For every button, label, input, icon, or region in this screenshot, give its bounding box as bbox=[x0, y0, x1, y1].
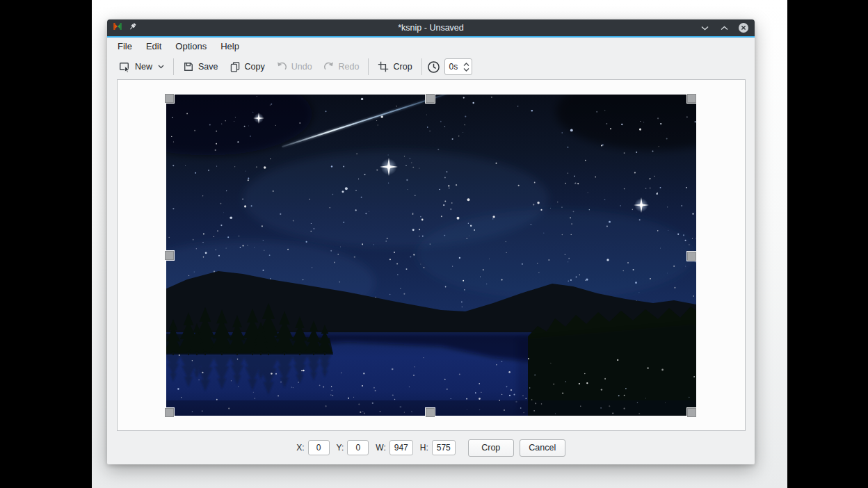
crop-tool-label: Crop bbox=[393, 62, 412, 72]
chevron-down-icon bbox=[701, 26, 709, 31]
window-title: *ksnip - Unsaved bbox=[107, 23, 755, 33]
crop-handle-middle-right[interactable] bbox=[687, 252, 696, 261]
crop-handle-bottom-left[interactable] bbox=[165, 408, 174, 417]
crop-confirm-button[interactable]: Crop bbox=[468, 439, 514, 457]
crop-handle-middle-left[interactable] bbox=[165, 251, 174, 260]
undo-button-label: Undo bbox=[291, 62, 312, 72]
toolbar-separator bbox=[368, 58, 369, 75]
copy-button[interactable]: Copy bbox=[224, 57, 271, 76]
delay-clock bbox=[427, 60, 440, 74]
menubar: File Edit Options Help bbox=[107, 38, 755, 54]
menu-file[interactable]: File bbox=[111, 39, 139, 54]
crop-handle-bottom-middle[interactable] bbox=[426, 408, 435, 417]
close-button[interactable] bbox=[738, 22, 749, 33]
menu-options[interactable]: Options bbox=[168, 39, 214, 54]
clock-icon bbox=[427, 60, 440, 74]
screen: *ksnip - Unsaved bbox=[0, 0, 868, 488]
save-button[interactable]: Save bbox=[177, 57, 224, 76]
chevron-down-icon bbox=[158, 65, 164, 69]
save-button-label: Save bbox=[198, 62, 218, 72]
new-dropdown-arrow[interactable] bbox=[158, 65, 164, 69]
ksnip-icon bbox=[113, 22, 122, 34]
delay-spinbox[interactable]: 0s bbox=[444, 58, 472, 75]
desktop-background: *ksnip - Unsaved bbox=[92, 0, 787, 488]
undo-icon bbox=[276, 61, 287, 72]
redo-button[interactable]: Redo bbox=[318, 57, 365, 76]
titlebar[interactable]: *ksnip - Unsaved bbox=[107, 19, 755, 36]
copy-icon bbox=[230, 61, 241, 72]
y-input[interactable] bbox=[347, 440, 369, 455]
crop-handle-top-right[interactable] bbox=[687, 94, 696, 103]
cancel-button[interactable]: Cancel bbox=[520, 439, 565, 457]
w-input[interactable] bbox=[389, 440, 413, 455]
close-icon bbox=[738, 22, 749, 33]
spinner-down-button[interactable] bbox=[463, 67, 469, 72]
toolbar-separator bbox=[421, 58, 422, 75]
y-label: Y: bbox=[337, 443, 344, 453]
w-label: W: bbox=[376, 443, 385, 453]
ksnip-window: *ksnip - Unsaved bbox=[107, 19, 755, 464]
pin-icon bbox=[128, 22, 137, 34]
x-label: X: bbox=[296, 443, 304, 453]
h-label: H: bbox=[420, 443, 428, 453]
x-input[interactable] bbox=[308, 440, 330, 455]
minimize-button[interactable] bbox=[699, 22, 710, 33]
new-button-label: New bbox=[135, 62, 152, 72]
crop-handle-top-middle[interactable] bbox=[426, 94, 435, 103]
redo-button-label: Redo bbox=[339, 62, 360, 72]
h-input[interactable] bbox=[432, 440, 456, 455]
spinner-up-button[interactable] bbox=[463, 63, 469, 67]
delay-value: 0s bbox=[449, 62, 463, 72]
copy-button-label: Copy bbox=[245, 62, 265, 72]
chevron-up-icon bbox=[721, 26, 728, 31]
crop-handle-bottom-right[interactable] bbox=[687, 408, 696, 417]
screenshot-image[interactable] bbox=[166, 95, 696, 416]
crop-handle-top-left[interactable] bbox=[165, 94, 174, 103]
maximize-button[interactable] bbox=[718, 22, 730, 33]
menu-help[interactable]: Help bbox=[214, 39, 246, 54]
annotation-canvas[interactable] bbox=[117, 79, 746, 431]
new-screenshot-icon bbox=[119, 61, 131, 73]
menu-edit[interactable]: Edit bbox=[139, 39, 168, 54]
undo-button[interactable]: Undo bbox=[271, 57, 318, 76]
crop-tool-button[interactable]: Crop bbox=[372, 57, 417, 76]
new-button[interactable]: New bbox=[113, 57, 170, 76]
toolbar-separator bbox=[173, 58, 174, 75]
crop-icon bbox=[378, 61, 389, 72]
redo-icon bbox=[323, 61, 335, 72]
crop-bar: X: Y: W: H: Crop Cancel bbox=[107, 431, 755, 464]
toolbar: New Save bbox=[107, 54, 755, 79]
save-icon bbox=[183, 61, 194, 72]
